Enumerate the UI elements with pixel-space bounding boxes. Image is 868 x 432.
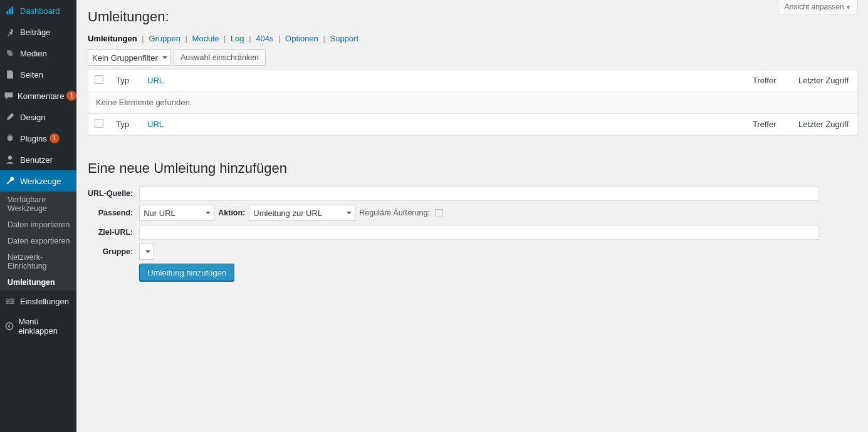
ziel-url-input[interactable] [139,225,819,240]
sidebar-label: Dashboard [20,6,60,16]
select-all-checkbox-bottom[interactable] [95,119,103,128]
main-content: Ansicht anpassen Umleitungen: Umleitunge… [76,0,868,432]
sidebar-label: Medien [20,49,47,58]
subnav-support[interactable]: Support [330,34,358,43]
sidebar-item-design[interactable]: Design [0,106,76,128]
sub-item-export[interactable]: Daten exportieren [0,233,76,249]
tf-last-access: Letzter Zugriff [783,114,858,135]
sidebar-item-tools[interactable]: Werkzeuge [0,170,76,192]
sub-item-available-tools[interactable]: Verfügbare Werkzeuge [0,192,76,217]
aktion-select[interactable]: Umleitung zur URL [249,205,355,221]
table-row-empty: Keine Elemente gefunden. [88,91,858,114]
th-last-access: Letzter Zugriff [783,70,858,91]
aktion-label: Aktion: [218,208,245,217]
subnav-modules[interactable]: Module [192,34,219,43]
sub-item-network-setup[interactable]: Netzwerk-Einrichtung [0,249,76,274]
pin-icon [4,26,16,38]
th-treffer: Treffer [745,70,783,91]
url-source-label: URL-Quelle: [88,184,139,203]
sidebar-label: Plugins [20,134,47,143]
no-items-text: Keine Elemente gefunden. [88,91,858,114]
subnav-redirections[interactable]: Umleitungen [88,34,137,43]
regex-label: Reguläre Äußerung: [359,208,430,217]
sidebar-item-users[interactable]: Benutzer [0,149,76,170]
dashboard-icon [4,5,16,16]
collapse-icon [4,321,14,332]
add-redirection-title: Eine neue Umleitung hinzufügen [88,160,858,177]
sidebar-item-plugins[interactable]: Plugins 1 [0,128,76,149]
comments-badge: 1 [66,91,76,101]
page-title: Umleitungen: [88,0,858,25]
url-source-input[interactable] [139,186,819,201]
sidebar-label: Kommentare [18,91,64,101]
subnav-log[interactable]: Log [231,34,244,43]
th-typ: Typ [110,70,141,91]
tf-url[interactable]: URL [147,120,164,129]
tools-submenu: Verfügbare Werkzeuge Daten importieren D… [0,192,76,291]
sidebar-label: Beiträge [20,28,50,37]
ziel-url-label: Ziel-URL: [88,223,139,242]
media-icon [4,48,16,59]
screen-options-button[interactable]: Ansicht anpassen [778,0,858,14]
redirections-table: Typ URL Treffer Letzter Zugriff Keine El… [88,69,858,135]
pages-icon [4,69,16,80]
filter-row: Kein Gruppenfilter Auswahl einschränken [88,49,858,66]
sidebar-item-pages[interactable]: Seiten [0,64,76,85]
subnav-groups[interactable]: Gruppen [149,34,180,43]
sliders-icon [4,296,16,307]
screen-options-wrap: Ansicht anpassen [778,0,858,14]
comment-icon [4,90,14,101]
sidebar-item-media[interactable]: Medien [0,43,76,64]
passend-label: Passend: [88,203,139,223]
plugin-subnav: Umleitungen | Gruppen | Module | Log | 4… [88,34,858,43]
sidebar-item-collapse[interactable]: Menü einklappen [0,312,76,341]
tf-treffer: Treffer [745,114,783,135]
group-filter-select[interactable]: Kein Gruppenfilter [88,49,171,66]
sidebar-item-posts[interactable]: Beiträge [0,21,76,43]
plugins-badge: 1 [50,133,60,143]
subnav-options[interactable]: Optionen [285,34,318,43]
sub-item-redirections[interactable]: Umleitungen [0,274,76,291]
sidebar-item-settings[interactable]: Einstellungen [0,291,76,312]
subnav-404s[interactable]: 404s [256,34,273,43]
add-redirection-button[interactable]: Umleitung hinzufügen [139,264,234,281]
sidebar-label: Design [20,113,45,122]
select-all-checkbox[interactable] [95,75,103,84]
sidebar-label: Seiten [20,70,43,80]
sidebar-label: Einstellungen [20,297,69,306]
sub-item-import[interactable]: Daten importieren [0,217,76,233]
tf-typ: Typ [110,114,141,135]
sidebar-label: Menü einklappen [18,317,71,336]
sidebar-label: Werkzeuge [20,177,61,186]
restrict-button[interactable]: Auswahl einschränken [174,49,266,66]
regex-checkbox[interactable] [435,209,443,217]
sidebar-item-dashboard[interactable]: Dashboard [0,0,76,21]
user-icon [4,154,16,165]
passend-select[interactable]: Nur URL [139,205,214,221]
th-url[interactable]: URL [147,76,164,85]
gruppe-label: Gruppe: [88,242,139,262]
plug-icon [4,133,16,144]
sidebar-label: Benutzer [20,155,53,165]
admin-sidebar: Dashboard Beiträge Medien Seiten Komment… [0,0,76,432]
wrench-icon [4,175,16,187]
sidebar-item-comments[interactable]: Kommentare 1 [0,85,76,106]
svg-point-0 [6,322,13,329]
brush-icon [4,111,16,123]
gruppe-select[interactable] [139,244,154,260]
add-redirection-form: URL-Quelle: Passend: Nur URL Aktion: Uml… [88,184,819,283]
